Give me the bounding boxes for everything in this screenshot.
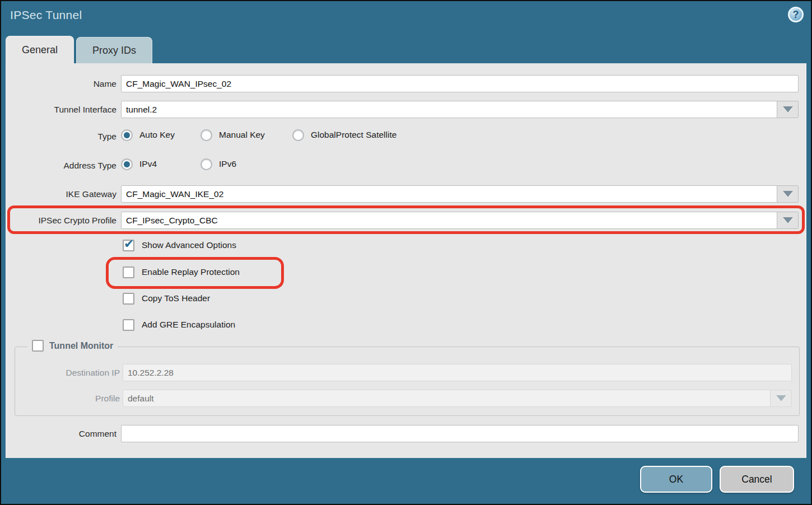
radio-button-icon (121, 158, 133, 170)
ike-gateway-value: CF_Magic_WAN_IKE_02 (126, 189, 223, 199)
ike-gateway-dropdown-button[interactable] (777, 186, 798, 202)
radio-ipv4[interactable]: IPv4 (121, 157, 157, 171)
comment-input[interactable] (121, 425, 799, 442)
tab-bar: General Proxy IDs (6, 36, 152, 63)
checkbox-label: Add GRE Encapsulation (142, 320, 235, 330)
chevron-down-icon (776, 395, 786, 401)
name-input[interactable] (121, 75, 799, 92)
checkbox-label: Enable Replay Protection (142, 267, 240, 277)
checkbox-unchecked-icon (32, 340, 44, 352)
help-icon[interactable]: ? (788, 7, 804, 22)
checkbox-label: Copy ToS Header (142, 293, 210, 303)
checkbox-show-advanced-options[interactable]: Show Advanced Options (123, 238, 236, 252)
chevron-down-icon (783, 191, 793, 197)
radio-label: IPv6 (219, 159, 236, 169)
radio-button-icon (121, 129, 133, 141)
checkbox-enable-replay-protection[interactable]: Enable Replay Protection (123, 265, 240, 279)
profile-label: Profile (10, 390, 120, 407)
radio-manual-key[interactable]: Manual Key (200, 128, 265, 142)
radio-globalprotect-satellite[interactable]: GlobalProtect Satellite (292, 128, 396, 142)
chevron-down-icon (783, 217, 793, 223)
profile-dropdown-button (770, 390, 791, 406)
ipsec-crypto-profile-select[interactable]: CF_IPsec_Crypto_CBC (121, 212, 799, 229)
destination-ip-input: 10.252.2.28 (123, 364, 792, 381)
checkbox-checked-icon (123, 240, 134, 251)
ipsec-crypto-profile-value: CF_IPsec_Crypto_CBC (126, 216, 218, 225)
type-label: Type (6, 128, 116, 145)
cancel-button[interactable]: Cancel (720, 466, 794, 493)
radio-label: GlobalProtect Satellite (311, 130, 396, 140)
tunnel-interface-select[interactable]: tunnel.2 (121, 101, 799, 118)
tunnel-interface-dropdown-button[interactable] (777, 101, 798, 118)
tab-general[interactable]: General (6, 36, 74, 63)
checkbox-copy-tos-header[interactable]: Copy ToS Header (123, 291, 210, 306)
chevron-down-icon (783, 106, 793, 113)
tunnel-interface-value: tunnel.2 (126, 105, 157, 114)
ipsec-crypto-profile-label: IPSec Crypto Profile (6, 212, 116, 229)
tunnel-interface-label: Tunnel Interface (6, 101, 116, 118)
radio-label: IPv4 (139, 159, 157, 169)
checkbox-add-gre-encapsulation[interactable]: Add GRE Encapsulation (123, 317, 235, 332)
name-label: Name (6, 75, 116, 92)
ipsec-tunnel-dialog: IPSec Tunnel ? General Proxy IDs Name Tu… (0, 0, 812, 505)
tunnel-monitor-label: Tunnel Monitor (49, 341, 113, 351)
general-tab-panel: Name Tunnel Interface tunnel.2 Type Auto… (6, 63, 806, 458)
checkbox-tunnel-monitor[interactable]: Tunnel Monitor (27, 340, 118, 352)
comment-label: Comment (6, 425, 116, 442)
radio-button-icon (292, 129, 304, 141)
checkbox-unchecked-icon (123, 266, 134, 278)
ipsec-crypto-profile-dropdown-button[interactable] (777, 212, 798, 228)
radio-label: Auto Key (139, 130, 175, 140)
radio-button-icon (200, 158, 212, 170)
checkbox-label: Show Advanced Options (142, 240, 236, 250)
profile-select: default (123, 390, 792, 407)
dialog-title: IPSec Tunnel (10, 8, 82, 22)
destination-ip-label: Destination IP (10, 364, 120, 381)
ike-gateway-label: IKE Gateway (6, 185, 116, 203)
destination-ip-value: 10.252.2.28 (128, 368, 174, 377)
ok-button[interactable]: OK (640, 466, 712, 493)
radio-ipv6[interactable]: IPv6 (200, 157, 236, 171)
radio-auto-key[interactable]: Auto Key (121, 128, 175, 142)
checkbox-unchecked-icon (123, 293, 134, 305)
tab-proxy-ids[interactable]: Proxy IDs (76, 37, 152, 63)
radio-button-icon (200, 129, 212, 141)
checkbox-unchecked-icon (123, 319, 134, 331)
address-type-label: Address Type (6, 157, 116, 174)
tunnel-monitor-group: Tunnel Monitor Destination IP 10.252.2.2… (15, 347, 800, 416)
radio-label: Manual Key (219, 130, 265, 140)
ike-gateway-select[interactable]: CF_Magic_WAN_IKE_02 (121, 185, 799, 203)
profile-value: default (128, 394, 154, 403)
